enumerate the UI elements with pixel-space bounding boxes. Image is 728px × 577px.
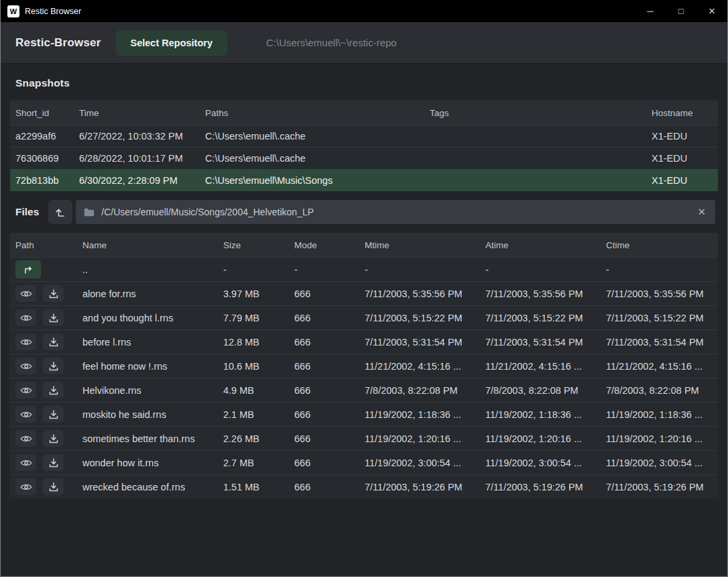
- download-icon: [49, 289, 58, 299]
- snapshots-section-title: Snapshots: [15, 77, 713, 89]
- file-mode: 666: [289, 313, 359, 323]
- close-button[interactable]: ✕: [696, 0, 727, 22]
- file-mtime: 11/19/2002, 3:00:54 ...: [359, 458, 480, 468]
- app-header: Restic-Browser Select Repository C:\User…: [1, 22, 727, 64]
- snapshots-rows: a2299af6 6/27/2022, 10:03:32 PM C:\Users…: [10, 125, 718, 191]
- download-file-button[interactable]: [43, 478, 64, 495]
- file-size: 10.6 MB: [218, 361, 289, 372]
- download-file-button[interactable]: [43, 406, 64, 423]
- snapshot-row[interactable]: 76306869 6/28/2022, 10:01:17 PM C:\Users…: [10, 147, 718, 169]
- files-rows: alone for.rns 3.97 MB 666 7/11/2003, 5:3…: [10, 281, 718, 499]
- file-row: and you thought l.rns 7.79 MB 666 7/11/2…: [10, 305, 718, 329]
- column-header-tags: Tags: [424, 108, 646, 118]
- title-bar: W Restic Browser ─ □ ✕: [1, 0, 727, 22]
- file-ctime: 7/11/2003, 5:31:54 PM: [601, 337, 718, 348]
- file-atime: 11/19/2002, 1:18:36 ...: [480, 409, 601, 420]
- download-file-button[interactable]: [43, 333, 64, 350]
- download-icon: [49, 362, 58, 371]
- snapshot-row[interactable]: 72b813bb 6/30/2022, 2:28:09 PM C:\Users\…: [10, 169, 718, 191]
- window-controls: ─ □ ✕: [635, 0, 727, 22]
- file-mtime: 7/8/2003, 8:22:08 PM: [359, 385, 480, 396]
- snapshot-time: 6/30/2022, 2:28:09 PM: [74, 175, 200, 186]
- current-path-field[interactable]: /C/Users/emuell/Music/Songs/2004_Helveti…: [76, 200, 715, 224]
- file-ctime: 7/8/2003, 8:22:08 PM: [601, 385, 718, 396]
- window-title: Restic Browser: [25, 7, 81, 16]
- file-name: wonder how it.rns: [77, 458, 218, 468]
- snapshot-paths: C:\Users\emuell\Music\Songs: [200, 175, 424, 186]
- file-name: moskito he said.rns: [77, 409, 218, 420]
- go-to-parent-button[interactable]: [15, 260, 41, 278]
- snapshot-row[interactable]: a2299af6 6/27/2022, 10:03:32 PM C:\Users…: [10, 125, 718, 147]
- preview-file-button[interactable]: [15, 430, 36, 447]
- files-table: Path Name Size Mode Mtime Atime Ctime ..: [10, 233, 718, 499]
- file-ctime: 11/19/2002, 1:18:36 ...: [601, 409, 718, 420]
- column-header-ctime: Ctime: [601, 240, 718, 250]
- file-row: Helvikone.rns 4.9 MB 666 7/8/2003, 8:22:…: [10, 378, 718, 402]
- folder-icon: [84, 208, 95, 217]
- file-atime: 7/11/2003, 5:15:22 PM: [480, 313, 601, 323]
- up-directory-button[interactable]: [48, 200, 72, 224]
- preview-file-button[interactable]: [15, 358, 36, 374]
- file-mode: 666: [289, 482, 359, 492]
- maximize-button[interactable]: □: [666, 0, 696, 22]
- file-mode: 666: [289, 433, 359, 444]
- parent-row-atime: -: [480, 264, 601, 275]
- file-name: and you thought l.rns: [77, 313, 218, 323]
- file-mtime: 7/11/2003, 5:19:26 PM: [359, 482, 480, 492]
- clear-path-button[interactable]: ✕: [696, 206, 707, 218]
- column-header-time: Time: [74, 108, 200, 118]
- preview-file-button[interactable]: [15, 285, 36, 302]
- preview-file-button[interactable]: [15, 309, 36, 326]
- minimize-button[interactable]: ─: [635, 0, 666, 22]
- files-section-title: Files: [15, 206, 39, 218]
- select-repository-button[interactable]: Select Repository: [116, 30, 228, 56]
- app-title: Restic-Browser: [15, 36, 101, 50]
- file-mtime: 11/19/2002, 1:18:36 ...: [359, 409, 480, 420]
- file-row: sometimes better than.rns 2.26 MB 666 11…: [10, 426, 718, 450]
- snapshot-hostname: X1-EDU: [646, 175, 718, 186]
- eye-icon: [20, 290, 32, 298]
- file-mode: 666: [289, 385, 359, 396]
- file-name: feel home now !.rns: [77, 361, 218, 372]
- column-header-name: Name: [77, 240, 218, 250]
- download-file-button[interactable]: [43, 285, 64, 302]
- file-mtime: 7/11/2003, 5:31:54 PM: [359, 337, 480, 348]
- file-row: wrecked because of.rns 1.51 MB 666 7/11/…: [10, 474, 718, 499]
- files-table-header: Path Name Size Mode Mtime Atime Ctime: [10, 233, 718, 257]
- file-size: 2.7 MB: [218, 458, 289, 468]
- preview-file-button[interactable]: [15, 333, 36, 350]
- download-file-button[interactable]: [43, 430, 64, 447]
- file-mode: 666: [289, 337, 359, 348]
- download-file-button[interactable]: [43, 358, 64, 374]
- eye-icon: [20, 459, 32, 467]
- column-header-path: Path: [10, 240, 77, 250]
- eye-icon: [20, 338, 32, 346]
- column-header-hostname: Hostname: [646, 108, 718, 118]
- download-file-button[interactable]: [43, 454, 64, 471]
- file-atime: 11/21/2002, 4:15:16 ...: [480, 361, 601, 372]
- file-row: before l.rns 12.8 MB 666 7/11/2003, 5:31…: [10, 329, 718, 354]
- file-row: wonder how it.rns 2.7 MB 666 11/19/2002,…: [10, 450, 718, 474]
- download-file-button[interactable]: [43, 309, 64, 326]
- eye-icon: [20, 362, 32, 370]
- preview-file-button[interactable]: [15, 454, 36, 471]
- eye-icon: [20, 386, 32, 395]
- column-header-mode: Mode: [289, 240, 359, 250]
- eye-icon: [20, 411, 32, 419]
- column-header-atime: Atime: [480, 240, 601, 250]
- download-icon: [49, 337, 58, 347]
- download-icon: [49, 458, 58, 468]
- file-mode: 666: [289, 409, 359, 420]
- current-path-text: /C/Users/emuell/Music/Songs/2004_Helveti…: [101, 207, 689, 217]
- file-size: 1.51 MB: [218, 482, 289, 492]
- preview-file-button[interactable]: [15, 478, 36, 495]
- preview-file-button[interactable]: [15, 406, 36, 423]
- preview-file-button[interactable]: [15, 382, 36, 399]
- download-icon: [49, 386, 58, 395]
- snapshot-hostname: X1-EDU: [646, 131, 718, 142]
- download-file-button[interactable]: [43, 382, 64, 399]
- snapshots-table: Short_id Time Paths Tags Hostname a2299a…: [10, 101, 718, 191]
- file-atime: 7/11/2003, 5:31:54 PM: [480, 337, 601, 348]
- snapshot-paths: C:\Users\emuell\.cache: [200, 131, 424, 142]
- return-up-icon: [23, 265, 34, 274]
